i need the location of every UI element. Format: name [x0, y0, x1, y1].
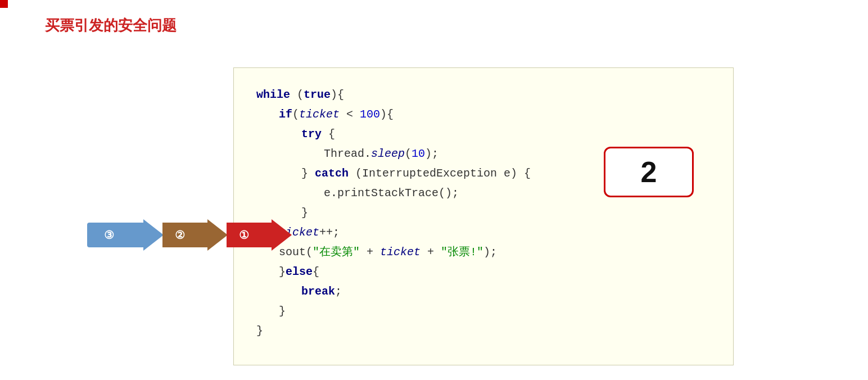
code-line-13: }: [256, 321, 711, 341]
arrow-3-label: ③: [104, 228, 114, 242]
code-line-12: }: [256, 301, 711, 321]
code-block: while (true){ if(ticket < 100){ try { Th…: [233, 67, 734, 365]
arrow-3: ③: [87, 219, 164, 251]
arrow-1-body: [227, 223, 272, 247]
keyword-while: while: [256, 88, 290, 101]
arrow-1-head: [272, 219, 292, 251]
code-line-1: while (true){: [256, 85, 711, 105]
arrow-2-head: [207, 219, 228, 251]
code-line-8: ticket++;: [256, 223, 711, 242]
badge-number: 2: [641, 155, 657, 189]
code-line-9: sout("在卖第" + ticket + "张票!");: [256, 242, 711, 262]
code-line-11: break;: [256, 282, 711, 301]
arrow-3-body: [87, 223, 143, 247]
code-line-2: if(ticket < 100){: [256, 105, 711, 124]
arrow-3-head: [143, 219, 164, 251]
code-line-7: }: [256, 203, 711, 223]
arrow-2-body: [162, 223, 207, 247]
code-line-3: try {: [256, 124, 711, 144]
arrow-1-label: ①: [239, 228, 249, 242]
arrow-2-label: ②: [175, 228, 185, 242]
arrows-container: ③ ② ①: [87, 219, 292, 251]
arrow-2: ②: [162, 219, 228, 251]
page-title: 买票引发的安全问题: [45, 16, 177, 35]
arrow-1: ①: [227, 219, 292, 251]
code-line-10: }else{: [256, 262, 711, 282]
badge-box: 2: [604, 147, 694, 197]
code-content: while (true){ if(ticket < 100){ try { Th…: [256, 85, 711, 341]
corner-mark: [0, 0, 8, 8]
